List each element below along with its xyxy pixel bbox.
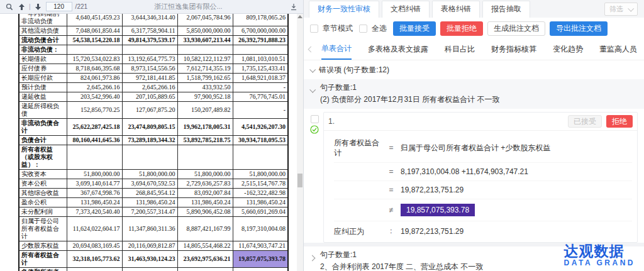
formula-value: 8,197,310,004.08 +11,674,903,747.21 [401, 167, 632, 176]
page-number-input[interactable] [46, 2, 72, 11]
accepted-button[interactable]: 已接受 [568, 115, 602, 128]
batch-accept-button[interactable]: 批量接受 [393, 21, 436, 36]
cell-value: 26,392,791,888.23 [233, 36, 288, 45]
error-item-title: (2) 负债部分 2017年12月31日 所有者权益合计 不一致 [320, 94, 638, 105]
batch-reject-button[interactable]: 批量拒绝 [440, 21, 483, 36]
row-label: 少数股东权益 [19, 241, 67, 251]
cell-value: 1,648,921,018.37 [233, 74, 288, 83]
viewer-scrollbar[interactable] [297, 14, 303, 271]
reject-button[interactable]: 拒绝 [606, 115, 633, 128]
cell-value: 80,160,441,645.36 [67, 136, 122, 145]
panel-tabs: 财务一致性审核文档纠错表格纠错报告抽取 [304, 0, 644, 18]
cell-value: 131,986,450.24 [67, 198, 122, 207]
card-header: 1. 已接受 拒绝 [324, 113, 637, 131]
cell-value: 972,181,441.85 [122, 74, 177, 83]
table-row: 实收资本51,800,000.0051,800,000.0051,800,000… [19, 170, 288, 179]
cell-value: 207,105,889.65 [122, 92, 177, 102]
error-section-header[interactable]: 错误项 (句子数量:12) [304, 60, 644, 79]
select-all-label: 全选 [372, 23, 387, 34]
cell-value: -162,322,482.98 [233, 189, 288, 198]
chevron-right-icon [309, 255, 316, 262]
cell-value: 5,660,691,269.04 [233, 207, 288, 217]
cell-value [233, 45, 288, 55]
accepted-check-icon [310, 125, 319, 136]
row-label: 流动负债合计 [19, 36, 67, 45]
sub-tab[interactable]: 财务指标核算 [491, 41, 536, 59]
sub-tab[interactable]: 变化趋势 [553, 41, 583, 59]
cell-value: 51,800,000.00 [177, 170, 233, 179]
collapsed-error-item[interactable]: 句子数量:12、合并利润表 2017年度 二、营业总成本 不一致 [304, 246, 644, 271]
scrollbar-up-arrow[interactable] [297, 15, 303, 18]
export-annotated-doc-button[interactable]: 导出批注文档 [550, 21, 608, 36]
formula-label: 应纠正为 [334, 226, 382, 236]
row-label: 递延收益 [19, 92, 67, 102]
arrow-down-icon[interactable] [34, 3, 43, 11]
sub-tab[interactable]: 多表格及表文披露 [368, 41, 428, 59]
cell-value [233, 145, 288, 170]
cell-value: 5,890,906,452.08 [177, 207, 233, 217]
scrollbar-thumb[interactable] [297, 174, 303, 187]
generate-annotated-doc-button[interactable]: 生成批注文档 [487, 21, 545, 36]
cell-value: 2,729,636,257.83 [177, 179, 233, 189]
cell-value: 8,718,646,395.68 [67, 64, 122, 74]
table-row: 其他综合收益367,674,998.76268,845,954.1283,092… [19, 189, 288, 198]
cell-value: 14,805,554,468.22 [177, 241, 233, 251]
expanded-error-item-header[interactable]: 句子数量:1 (2) 负债部分 2017年12月31日 所有者权益合计 不一致 [304, 79, 644, 109]
table-row: 预计负债2,645,266.162,645,266.16433,932.50- [19, 83, 288, 92]
cell-value: - [233, 83, 288, 92]
error-section-title: 错误项 (句子数量:12) [319, 65, 389, 75]
item-checkbox[interactable] [311, 115, 319, 123]
formula-value: 19,857,075,393.78 [401, 204, 632, 216]
cell-value: 1,735,125,433.41 [233, 64, 288, 74]
select-all-checkbox[interactable] [359, 25, 367, 33]
error-item-title: 2、合并利润表 2017年度 二、营业总成本 不一致 [320, 262, 638, 271]
cell-value: 15,720,534,022.83 [67, 55, 122, 64]
cell-value [177, 145, 233, 170]
cell-value: 152,856,770.25 [67, 102, 122, 119]
table-row: 长期应付款824,061,973.86972,181,441.851,518,7… [19, 74, 288, 83]
sentence-count: 句子数量:1 [320, 82, 638, 93]
top-tab[interactable]: 财务一致性审核 [309, 1, 379, 18]
formula-row: 应纠正为：19,872,213,751.29 [334, 221, 632, 241]
top-tab[interactable]: 文档纠错 [382, 1, 430, 18]
cell-value: 50,791,793,489.31 [233, 268, 288, 271]
cell-value [122, 145, 177, 170]
filter-label: 筛选 [609, 4, 623, 14]
arrow-up-icon[interactable] [17, 3, 26, 11]
row-label: 实收资本 [19, 170, 67, 179]
cell-value: 31,463,930,124.23 [122, 251, 177, 268]
cell-value: 97,900,952.18 [177, 92, 233, 102]
sub-tab[interactable]: 单表合计 [321, 40, 352, 60]
table-row: 应付债券8,718,646,395.688,973,154,556.567,61… [19, 64, 288, 74]
table-row: 未分配利润7,373,420,540.407,200,557,314.475,8… [19, 207, 288, 217]
table-row: 所有者权益合计32,318,105,773.6231,463,930,124.2… [19, 251, 288, 268]
cell-value: 131,986,450.24 [233, 198, 288, 207]
cell-value: 4,640,451,459.23 [67, 14, 122, 26]
subtabs-scroll-left[interactable] [308, 45, 313, 56]
top-tab[interactable]: 报告抽取 [482, 1, 530, 18]
viewer-toolbar: | /221 浙江恒逸集团有限公... [0, 0, 303, 14]
sub-tab[interactable]: 科目占比 [445, 41, 475, 59]
table-row: 递延收益203,542,996.40207,105,889.6597,900,9… [19, 92, 288, 102]
download-icon[interactable] [289, 3, 298, 11]
cell-value [67, 45, 122, 55]
top-tab[interactable]: 表格纠错 [432, 1, 480, 18]
error-detail-zone: 1. 已接受 拒绝 所有者权益合计=归属于母公司所有者权益合计 +少数股东权益=… [304, 109, 644, 243]
chapter-mode-checkbox[interactable] [310, 25, 318, 33]
table-row: 流动负债合计54,538,154,220.1849,814,379,539.17… [19, 36, 288, 45]
cell-value: 127,067,875.20 [122, 102, 177, 119]
cell-value: 76,776,745.01 [233, 92, 288, 102]
cell-value: 77,585,760,854.96 [177, 268, 233, 271]
highlighted-cell: 19,857,075,393.78 [233, 251, 288, 268]
filter-dropdown[interactable]: 筛选 [604, 3, 638, 16]
sub-tab[interactable]: 董监高人员 [599, 41, 637, 59]
cell-value: 7,048,061,850.44 [67, 26, 122, 36]
cell-value: 3,644,346,314.40 [122, 14, 177, 26]
zoom-icon[interactable] [5, 3, 14, 11]
cell-value: 10,582,122,112.97 [177, 55, 233, 64]
cell-value [122, 45, 177, 55]
cell-value: 2,515,154,767.78 [233, 179, 288, 189]
cell-value: 51,800,000.00 [233, 170, 288, 179]
cell-value: 51,800,000.00 [67, 170, 122, 179]
table-row: 少数股东权益20,694,083,169.4520,116,069,812.87… [19, 241, 288, 251]
